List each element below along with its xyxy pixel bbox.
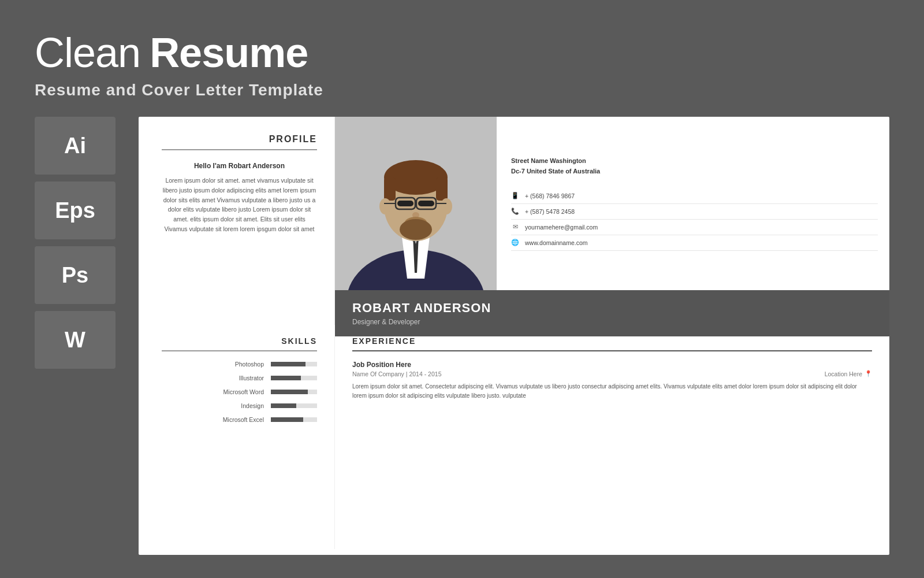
job-company: Name Of Company | 2014 - 2015 (352, 370, 441, 377)
skill-name-photoshop: Photoshop (235, 361, 264, 368)
title-row: Clean Resume (35, 29, 889, 76)
profile-section: PROFILE Hello I'am Robart Anderson Lorem… (139, 117, 335, 325)
svg-point-9 (379, 198, 391, 214)
icons-column: Ai Eps Ps W (35, 117, 116, 555)
svg-rect-7 (384, 177, 396, 201)
skill-fill-excel (271, 417, 303, 422)
profile-hello: Hello I'am Robart Anderson (162, 162, 317, 170)
contact-info: Street Name Washington Dc-7 United State… (497, 117, 889, 290)
svg-rect-11 (397, 201, 413, 206)
experience-section: EXPERIENCE Job Position Here Name Of Com… (335, 336, 889, 549)
phone1-value: + (568) 7846 9867 (525, 192, 575, 199)
photo-and-info: Street Name Washington Dc-7 United State… (335, 117, 889, 290)
badge-w-label: W (65, 328, 85, 353)
skills-title: SKILLS (162, 336, 317, 351)
format-badge-ps: Ps (35, 246, 116, 304)
skill-fill-word (271, 390, 308, 394)
resume-top: PROFILE Hello I'am Robart Anderson Lorem… (139, 117, 889, 325)
skill-fill-illustrator (271, 376, 301, 380)
photo-container (335, 117, 497, 290)
skill-item-excel: Microsoft Excel (162, 416, 317, 423)
format-badge-w: W (35, 311, 116, 369)
svg-rect-12 (418, 201, 434, 206)
subtitle: Resume and Cover Letter Template (35, 81, 889, 99)
title-bold: Resume (150, 29, 308, 76)
website-value: www.domainname.com (525, 239, 588, 246)
email-value: yournamehere@gmail.com (525, 224, 598, 231)
job-description: Lorem ipsum dolor sit amet. Consectetur … (352, 382, 872, 401)
contact-phone1: 📱 + (568) 7846 9867 (511, 188, 878, 204)
profile-section-title: PROFILE (162, 134, 317, 150)
experience-title: EXPERIENCE (352, 336, 872, 351)
phone2-value: + (587) 5478 2458 (525, 208, 575, 215)
contact-address: Street Name Washington Dc-7 United State… (511, 156, 878, 176)
skill-bar-word (271, 390, 317, 394)
location-pin-icon: 📍 (865, 370, 872, 377)
landline-icon: 📞 (511, 208, 519, 216)
skill-item-word: Microsoft Word (162, 388, 317, 395)
photo-section: Street Name Washington Dc-7 United State… (335, 117, 889, 325)
title-clean: Clean (35, 29, 140, 76)
skill-item-photoshop: Photoshop (162, 361, 317, 368)
address-line2: Dc-7 United State of Australia (511, 166, 878, 177)
job-title: Job Position Here (352, 361, 872, 369)
badge-eps-label: Eps (55, 198, 95, 223)
svg-point-20 (400, 219, 432, 240)
skill-name-illustrator: Illustrator (239, 375, 264, 381)
svg-rect-8 (436, 177, 448, 201)
contact-email: ✉ yournamehere@gmail.com (511, 220, 878, 235)
profile-description: Lorem ipsum dolor sit amet. amet vivamus… (162, 176, 317, 234)
badge-ai-label: Ai (64, 134, 86, 158)
content-area: Ai Eps Ps W PROFILE Hello I'am Robart An… (35, 117, 889, 555)
web-icon: 🌐 (511, 239, 519, 247)
skill-bar-illustrator (271, 376, 317, 380)
address-line1: Street Name Washington (511, 156, 878, 166)
skill-name-word: Microsoft Word (223, 388, 264, 395)
person-job-title: Designer & Developer (352, 318, 872, 326)
page-container: Clean Resume Resume and Cover Letter Tem… (0, 0, 924, 578)
resume-bottom: SKILLS Photoshop Illustrator (139, 325, 889, 555)
skill-name-indesign: Indesign (241, 402, 264, 409)
skills-section: SKILLS Photoshop Illustrator (139, 336, 335, 549)
photo-placeholder (335, 117, 497, 290)
header: Clean Resume Resume and Cover Letter Tem… (35, 29, 889, 99)
badge-ps-label: Ps (62, 263, 88, 288)
skill-bar-excel (271, 417, 317, 422)
name-banner: ROBART ANDERSON Designer & Developer (335, 290, 889, 336)
job-location: Location Here 📍 (825, 370, 872, 377)
contact-phone2: 📞 + (587) 5478 2458 (511, 204, 878, 220)
phone-icon: 📱 (511, 192, 519, 200)
resume-preview: PROFILE Hello I'am Robart Anderson Lorem… (139, 117, 889, 555)
skill-fill-indesign (271, 403, 296, 408)
contact-website: 🌐 www.domainname.com (511, 235, 878, 251)
svg-point-10 (441, 198, 452, 214)
email-icon: ✉ (511, 223, 519, 231)
job-meta: Name Of Company | 2014 - 2015 Location H… (352, 370, 872, 377)
person-name: ROBART ANDERSON (352, 301, 872, 316)
job-location-text: Location Here (825, 370, 862, 377)
skill-name-excel: Microsoft Excel (223, 416, 264, 423)
format-badge-ai: Ai (35, 117, 116, 175)
skill-bar-photoshop (271, 362, 317, 366)
skill-item-illustrator: Illustrator (162, 375, 317, 381)
skill-bar-indesign (271, 403, 317, 408)
skill-item-indesign: Indesign (162, 402, 317, 409)
skill-fill-photoshop (271, 362, 305, 366)
format-badge-eps: Eps (35, 181, 116, 239)
